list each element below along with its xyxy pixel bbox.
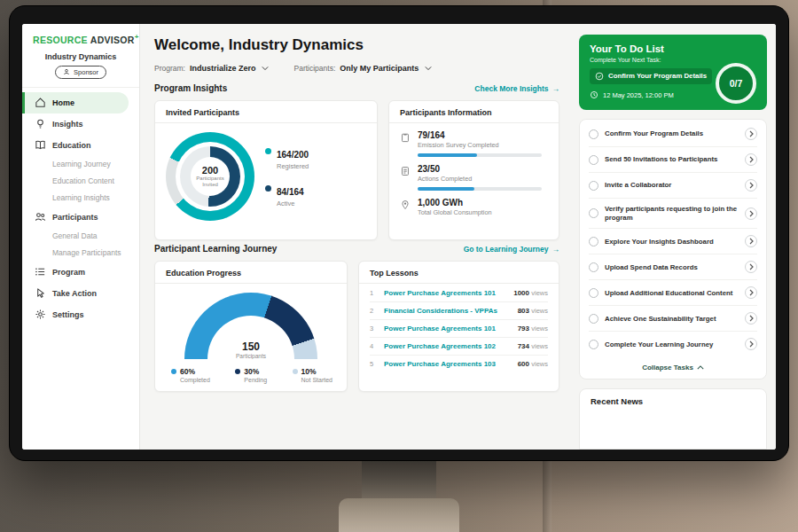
lesson-views-count: 600 [518,360,529,368]
task-checkbox[interactable] [589,314,598,324]
program-filter[interactable]: Program: Industrialize Zero [154,64,269,73]
lesson-rank: 5 [370,360,377,368]
sidebar-item-learning-insights[interactable]: Learning Insights [22,190,139,207]
chevron-right-icon[interactable] [745,207,757,220]
chevron-up-icon [697,365,704,370]
lesson-rank: 3 [370,325,377,332]
sidebar-item-manage-participants[interactable]: Manage Participants [22,245,139,262]
chevron-right-icon[interactable] [745,338,757,350]
take-action-pointer-icon [35,287,46,299]
participants-filter[interactable]: Participants: Only My Participants [293,64,432,73]
actions-completed-label: Actions Completed [418,175,542,183]
lesson-views-unit: views [531,289,548,297]
participants-information-card: Participants Information 79/164 Emission… [388,100,559,240]
lesson-link[interactable]: Power Purchase Agreements 101 [384,325,511,332]
arrow-right-icon: → [552,245,560,254]
lesson-row: 2 Financial Considerations - VPPAs 803 v… [370,302,548,320]
chevron-right-icon[interactable] [745,153,757,166]
sidebar-item-program[interactable]: Program [22,262,139,283]
task-checkbox[interactable] [589,181,598,191]
home-icon [35,97,46,108]
donut-center-value: 200 [202,165,218,176]
insights-cards-row: Invited Participants 200 Participants In… [154,100,559,240]
learning-journey-header: Participant Learning Journey Go to Learn… [154,244,559,254]
task-label: Send 50 Invitations to Participants [605,155,739,164]
task-checkbox[interactable] [589,155,598,165]
program-filter-label: Program: [154,64,185,73]
task-checkbox[interactable] [589,288,598,298]
sidebar-item-education[interactable]: Education [22,135,139,156]
invited-donut-chart: 200 Participants Invited [166,132,254,221]
sidebar-item-label: Learning Insights [52,193,110,202]
tasks-list-card: Confirm Your Program Details Send 50 Inv… [579,119,767,379]
task-row: Upload Spend Data Records [589,254,757,280]
lesson-views-count: 734 [518,342,529,350]
sidebar-item-label: Education Content [52,176,114,185]
dashboard-screen: RESOURCE ADVISOR+ Industry Dynamics Spon… [22,24,776,450]
insights-icon [35,118,46,129]
page-title: Welcome, Industry Dynamics [154,36,559,54]
collapse-tasks-button[interactable]: Collapse Tasks [589,356,757,375]
chevron-right-icon[interactable] [745,286,757,299]
donut-center: 200 Participants Invited [191,157,230,196]
active-label: Active [277,200,304,207]
app-logo: RESOURCE ADVISOR+ [22,33,139,51]
check-more-insights-link[interactable]: Check More Insights → [474,84,559,93]
lesson-rank: 1 [370,289,377,297]
sidebar-item-label: Education [52,141,91,150]
chevron-right-icon[interactable] [745,128,757,140]
lesson-link[interactable]: Financial Considerations - VPPAs [384,307,511,315]
go-to-learning-journey-link[interactable]: Go to Learning Journey → [464,245,559,254]
gauge-center-value: 150 [184,340,317,353]
chevron-right-icon[interactable] [745,179,757,192]
lesson-link[interactable]: Power Purchase Agreements 101 [384,289,506,297]
chevron-right-icon[interactable] [745,261,757,273]
task-checkbox[interactable] [589,340,598,349]
global-consumption-label: Total Global Consumption [418,208,492,216]
sidebar-item-learning-journey[interactable]: Learning Journey [22,156,139,173]
legend-item-not-started: 10% Not Started [293,367,332,383]
sidebar-item-home[interactable]: Home [22,92,129,113]
task-row: Confirm Your Program Details [589,121,757,147]
sidebar-item-settings[interactable]: Settings [22,304,139,325]
task-label: Complete Your Learning Journey [605,340,739,349]
lesson-link[interactable]: Power Purchase Agreements 103 [384,360,511,368]
sponsor-badge[interactable]: Sponsor [55,66,106,79]
task-row: Explore Your Insights Dashboard [589,229,757,254]
not-started-dot [293,369,298,374]
sidebar-item-general-data[interactable]: General Data [22,228,139,245]
lesson-views-unit: views [531,360,548,368]
sidebar-item-education-content[interactable]: Education Content [22,173,139,190]
chevron-right-icon[interactable] [745,235,757,247]
sidebar-item-participants[interactable]: Participants [22,207,139,228]
not-started-value: 10% [301,367,317,376]
sidebar-item-take-action[interactable]: Take Action [22,283,139,304]
global-consumption-value: 1,000 GWh [418,198,492,207]
task-checkbox[interactable] [589,262,598,272]
invited-participants-body: 200 Participants Invited 164/200 [155,123,377,228]
todo-next-task[interactable]: Confirm Your Program Details [590,68,712,84]
invited-participants-title: Invited Participants [155,101,377,123]
active-dot [265,185,271,192]
lesson-link[interactable]: Power Purchase Agreements 102 [384,342,511,350]
sidebar-item-label: Learning Journey [52,160,111,168]
check-circle-icon [595,72,604,81]
chevron-right-icon[interactable] [745,312,757,325]
task-checkbox[interactable] [589,129,598,139]
todo-subtitle: Complete Your Next Task: [590,57,756,63]
task-label: Upload Spend Data Records [605,263,739,272]
legend-item-registered: 164/200 Registered [265,145,309,170]
emission-survey-label: Emission Survey Completed [418,141,542,149]
task-checkbox[interactable] [589,208,598,218]
actions-completed-progress-fill [418,187,474,191]
lesson-row: 5 Power Purchase Agreements 103 600 view… [370,356,548,372]
recent-news-header: Recent News [579,388,767,450]
sidebar-item-insights[interactable]: Insights [22,113,139,135]
task-row: Upload Additional Educational Content [589,280,757,306]
task-checkbox[interactable] [589,237,598,246]
emission-survey-progressbar [418,153,542,157]
task-label: Invite a Collaborator [605,181,739,190]
task-label: Achieve One Sustainability Target [605,315,739,324]
lesson-views-unit: views [531,307,548,315]
lesson-rank: 4 [370,342,377,350]
